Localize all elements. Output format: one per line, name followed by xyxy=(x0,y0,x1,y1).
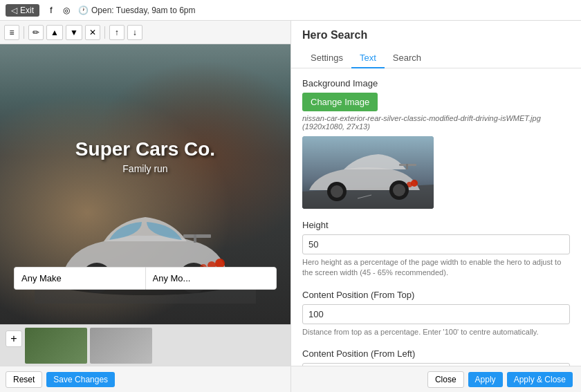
instagram-icon[interactable]: ◎ xyxy=(60,4,73,17)
thumbnail-1[interactable] xyxy=(25,328,87,364)
main-layout: ≡ ✏ ▲ ▼ ✕ ↑ ↓ xyxy=(0,21,581,392)
facebook-icon[interactable]: f xyxy=(45,4,57,17)
right-footer: Close Apply Apply & Close xyxy=(291,366,581,392)
save-changes-button[interactable]: Save Changes xyxy=(46,372,115,387)
hero-background: Super Cars Co. Family run Any Make Any M… xyxy=(0,44,290,324)
left-panel: ≡ ✏ ▲ ▼ ✕ ↑ ↓ xyxy=(0,21,290,392)
editor-toolbar: ≡ ✏ ▲ ▼ ✕ ↑ ↓ xyxy=(0,21,290,44)
image-preview xyxy=(302,136,434,209)
svg-rect-2 xyxy=(183,234,211,238)
tab-search[interactable]: Search xyxy=(385,48,430,68)
apply-close-button[interactable]: Apply & Close xyxy=(507,372,573,387)
background-image-section: Background Image Change Image nissan-car… xyxy=(302,78,570,209)
make-select[interactable]: Any Make xyxy=(14,267,145,290)
hero-subtitle: Family run xyxy=(75,163,215,174)
preview-car-image xyxy=(302,136,434,209)
right-panel-title: Hero Search xyxy=(302,29,570,41)
separator-2 xyxy=(104,26,105,39)
exit-label: Exit xyxy=(20,6,34,15)
content-position-top-section: Content Position (From Top) Distance fro… xyxy=(302,290,570,337)
move-up-button[interactable]: ▲ xyxy=(46,25,63,40)
height-input[interactable] xyxy=(302,234,570,254)
left-footer: Reset Save Changes xyxy=(0,366,290,392)
svg-rect-3 xyxy=(194,234,196,243)
open-time-text: Open: Tuesday, 9am to 6pm xyxy=(91,6,196,15)
height-label: Height xyxy=(302,220,570,230)
height-section: Height Hero height as a percentage of th… xyxy=(302,220,570,279)
tab-text[interactable]: Text xyxy=(351,48,385,68)
height-help: Hero height as a percentage of the page … xyxy=(302,257,570,279)
add-section-button[interactable]: + xyxy=(6,330,22,347)
right-panel-content: Background Image Change Image nissan-car… xyxy=(291,68,581,366)
svg-point-19 xyxy=(331,185,343,198)
content-position-left-label: Content Position (From Left) xyxy=(302,348,570,359)
content-position-top-input[interactable] xyxy=(302,304,570,324)
right-panel-header: Hero Search Settings Text Search xyxy=(291,21,581,68)
tab-settings[interactable]: Settings xyxy=(302,48,351,68)
separator-1 xyxy=(24,26,24,39)
thumbnail-strip: + xyxy=(0,324,290,366)
hero-container: Super Cars Co. Family run Any Make Any M… xyxy=(0,44,290,324)
reset-button[interactable]: Reset xyxy=(6,371,42,388)
background-image-label: Background Image xyxy=(302,78,570,88)
model-select[interactable]: Any Mo... xyxy=(145,267,277,290)
image-filename: nissan-car-exterior-rear-silver-classic-… xyxy=(302,114,570,131)
sidebar-toggle-button[interactable]: ≡ xyxy=(4,25,19,40)
svg-rect-15 xyxy=(406,164,408,169)
preview-car-svg xyxy=(302,136,434,209)
thumbnail-2[interactable] xyxy=(90,328,152,364)
clock-icon: 🕐 xyxy=(78,6,89,15)
social-icons: f ◎ xyxy=(45,4,73,17)
upload-down-button[interactable]: ↓ xyxy=(127,25,142,40)
delete-button[interactable]: ✕ xyxy=(85,25,100,40)
exit-button[interactable]: ◁ Exit xyxy=(6,4,39,17)
right-panel: Hero Search Settings Text Search Backgro… xyxy=(290,21,581,392)
hero-text-block: Super Cars Co. Family run xyxy=(75,138,215,174)
close-button[interactable]: Close xyxy=(427,371,464,388)
exit-arrow-icon: ◁ xyxy=(11,6,17,15)
tab-bar: Settings Text Search xyxy=(302,48,570,68)
top-bar: ◁ Exit f ◎ 🕐 Open: Tuesday, 9am to 6pm xyxy=(0,0,581,21)
move-down-button[interactable]: ▼ xyxy=(66,25,82,40)
apply-button[interactable]: Apply xyxy=(468,372,503,387)
change-image-button[interactable]: Change Image xyxy=(302,93,378,111)
content-position-top-help: Distance from top as a percentage. Enter… xyxy=(302,327,570,337)
hero-search-bar: Any Make Any Mo... xyxy=(14,267,277,290)
content-position-top-label: Content Position (From Top) xyxy=(302,290,570,300)
open-time: 🕐 Open: Tuesday, 9am to 6pm xyxy=(78,6,196,15)
svg-point-21 xyxy=(393,184,405,196)
edit-button[interactable]: ✏ xyxy=(28,25,44,40)
upload-up-button[interactable]: ↑ xyxy=(109,25,124,40)
content-position-left-section: Content Position (From Left) Distance fr… xyxy=(302,348,570,366)
hero-title: Super Cars Co. xyxy=(75,138,215,160)
